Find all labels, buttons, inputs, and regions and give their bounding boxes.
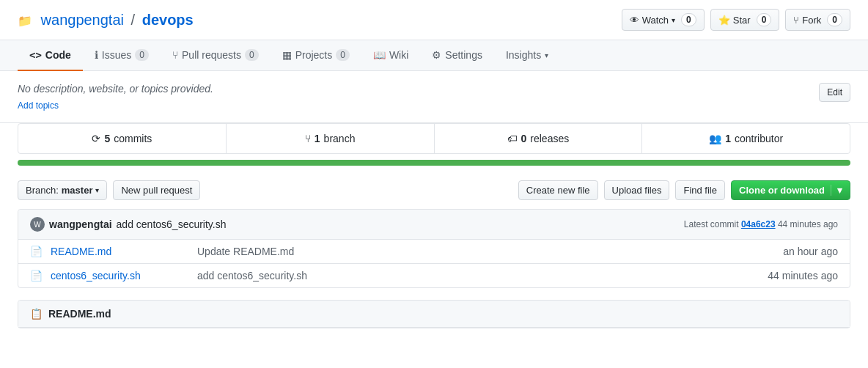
file-icon-readme: 📄 — [30, 246, 45, 257]
commits-link[interactable]: ⟳ 5 commits — [18, 124, 227, 153]
file-time-sh: 44 minutes ago — [768, 270, 838, 281]
projects-icon: ▦ — [282, 49, 292, 61]
desc-content: No description, website, or topics provi… — [18, 83, 213, 111]
tab-pr-label: Pull requests — [182, 49, 241, 61]
branch-icon: ⑂ — [305, 133, 311, 144]
file-row: 📄 centos6_security.sh add centos6_securi… — [18, 264, 850, 287]
contributors-count: 1 — [725, 133, 731, 144]
repo-icon: 📁 — [18, 15, 32, 27]
commit-hash-link[interactable]: 04a6c23 — [741, 219, 776, 229]
commit-author: wangpengtai — [49, 218, 112, 230]
tab-settings-label: Settings — [445, 49, 482, 61]
fork-button[interactable]: ⑂ Fork 0 — [785, 9, 850, 31]
file-link-readme[interactable]: README.md — [51, 246, 197, 257]
find-file-button[interactable]: Find file — [675, 180, 725, 200]
projects-badge: 0 — [336, 49, 350, 61]
stats-section: ⟳ 5 commits ⑂ 1 branch 🏷 0 releases 👥 1 … — [18, 123, 850, 154]
star-label: Star — [733, 15, 751, 26]
star-count: 0 — [757, 13, 772, 26]
contributors-link[interactable]: 👥 1 contributor — [642, 124, 850, 153]
clone-button[interactable]: Clone or download ▾ — [731, 180, 850, 200]
contributors-label: contributor — [735, 133, 783, 144]
add-topics-link[interactable]: Add topics — [18, 100, 59, 111]
tab-insights[interactable]: Insights ▾ — [494, 40, 560, 71]
readme-section: 📋 README.md — [18, 300, 850, 328]
branches-link[interactable]: ⑂ 1 branch — [227, 124, 435, 153]
repo-header: 📁 wangpengtai / devops 👁 Watch ▾ 0 ⭐ Sta… — [0, 0, 868, 40]
tab-code-label: Code — [45, 49, 71, 61]
file-row: 📄 README.md Update README.md an hour ago — [18, 240, 850, 264]
fork-label: Fork — [802, 15, 821, 26]
repo-description: No description, website, or topics provi… — [0, 71, 868, 123]
file-toolbar: Branch: master ▾ New pull request Create… — [0, 174, 868, 209]
releases-label: releases — [530, 133, 569, 144]
file-icon-sh: 📄 — [30, 270, 45, 281]
toolbar-left: Branch: master ▾ New pull request — [18, 180, 200, 200]
pr-icon: ⑂ — [172, 49, 178, 61]
readme-icon: 📋 — [30, 308, 43, 320]
title-slash: / — [131, 12, 136, 28]
watch-count: 0 — [681, 13, 696, 26]
eye-icon: 👁 — [630, 15, 639, 26]
watch-button[interactable]: 👁 Watch ▾ 0 — [622, 9, 705, 31]
language-bar — [18, 160, 850, 166]
tab-pull-requests[interactable]: ⑂ Pull requests 0 — [161, 40, 271, 71]
tab-insights-label: Insights — [506, 49, 541, 61]
clone-dropdown-icon: ▾ — [831, 185, 842, 196]
file-table: W wangpengtai add centos6_security.sh La… — [18, 209, 850, 288]
releases-count: 0 — [521, 133, 527, 144]
branch-dropdown-icon: ▾ — [95, 186, 99, 194]
description-text: No description, website, or topics provi… — [18, 83, 213, 95]
stats-inner: ⟳ 5 commits ⑂ 1 branch 🏷 0 releases 👥 1 … — [18, 124, 850, 153]
branch-name: master — [62, 185, 93, 196]
commits-label: commits — [114, 133, 152, 144]
contributors-icon: 👥 — [709, 133, 721, 144]
new-pr-button[interactable]: New pull request — [113, 180, 200, 200]
tab-projects[interactable]: ▦ Projects 0 — [271, 40, 361, 71]
tab-settings[interactable]: ⚙ Settings — [420, 40, 494, 71]
commits-count: 5 — [104, 133, 110, 144]
fork-icon: ⑂ — [793, 15, 799, 26]
wiki-icon: 📖 — [373, 49, 386, 61]
branch-label: branch — [324, 133, 356, 144]
commit-hash-label: Latest commit — [684, 219, 739, 229]
tab-wiki[interactable]: 📖 Wiki — [361, 40, 420, 71]
releases-link[interactable]: 🏷 0 releases — [435, 124, 643, 153]
upload-files-button[interactable]: Upload files — [604, 180, 670, 200]
commit-info: W wangpengtai add centos6_security.sh — [30, 217, 227, 232]
repo-link[interactable]: devops — [142, 12, 194, 28]
issues-badge: 0 — [135, 49, 149, 61]
tab-wiki-label: Wiki — [389, 49, 408, 61]
edit-button[interactable]: Edit — [819, 83, 850, 102]
star-button[interactable]: ⭐ Star 0 — [710, 9, 780, 31]
pr-badge: 0 — [245, 49, 259, 61]
star-icon: ⭐ — [718, 15, 730, 26]
readme-header: 📋 README.md — [18, 301, 850, 328]
branch-selector[interactable]: Branch: master ▾ — [18, 180, 107, 200]
owner-link[interactable]: wangpengtai — [41, 12, 124, 28]
branch-count: 1 — [315, 133, 320, 144]
commits-icon: ⟳ — [92, 133, 100, 144]
releases-icon: 🏷 — [507, 133, 518, 144]
repo-nav: <> Code ℹ Issues 0 ⑂ Pull requests 0 ▦ P… — [0, 40, 868, 71]
tab-projects-label: Projects — [295, 49, 333, 61]
insights-dropdown-icon: ▾ — [545, 51, 548, 59]
tab-issues[interactable]: ℹ Issues 0 — [83, 40, 161, 71]
branch-label-text: Branch: — [26, 185, 59, 196]
watch-dropdown-icon: ▾ — [672, 16, 675, 24]
code-icon: <> — [29, 49, 42, 61]
file-commit-sh: add centos6_security.sh — [197, 270, 768, 281]
commit-row: W wangpengtai add centos6_security.sh La… — [18, 210, 850, 240]
commit-meta: Latest commit 04a6c23 44 minutes ago — [684, 219, 838, 229]
settings-icon: ⚙ — [432, 49, 441, 61]
commit-time: 44 minutes ago — [778, 219, 838, 229]
watch-label: Watch — [642, 15, 669, 26]
clone-label: Clone or download — [739, 185, 825, 196]
file-time-readme: an hour ago — [783, 246, 838, 257]
issues-icon: ℹ — [95, 49, 98, 61]
create-file-button[interactable]: Create new file — [518, 180, 598, 200]
file-link-sh[interactable]: centos6_security.sh — [51, 270, 197, 281]
readme-title: README.md — [48, 308, 111, 320]
fork-count: 0 — [827, 13, 842, 26]
tab-code[interactable]: <> Code — [18, 40, 83, 71]
